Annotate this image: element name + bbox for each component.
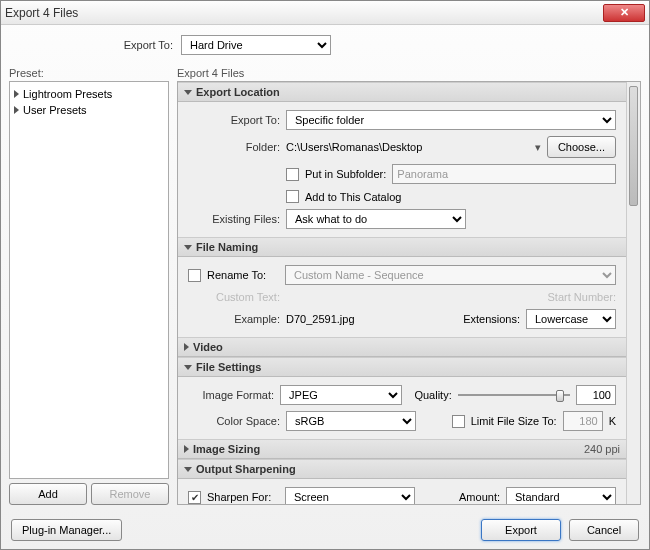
sharpen-amount-select[interactable]: Standard	[506, 487, 616, 505]
right-column: Export 4 Files Export Location Export To…	[177, 65, 641, 505]
chevron-right-icon	[184, 343, 189, 351]
colorspace-select[interactable]: sRGB	[286, 411, 416, 431]
close-icon: ✕	[620, 6, 629, 19]
chevron-right-icon	[14, 106, 19, 114]
chevron-down-icon	[184, 90, 192, 95]
dialog-window: Export 4 Files ✕ Export To: Hard Drive P…	[0, 0, 650, 550]
section-file-naming[interactable]: File Naming	[178, 237, 626, 257]
existing-files-select[interactable]: Ask what to do	[286, 209, 466, 229]
section-output-sharpening[interactable]: Output Sharpening	[178, 459, 626, 479]
chevron-down-icon	[184, 365, 192, 370]
window-title: Export 4 Files	[5, 6, 603, 20]
sharpen-for-select[interactable]: Screen	[285, 487, 415, 505]
left-column: Preset: Lightroom Presets User Presets A…	[9, 65, 169, 505]
quality-slider[interactable]	[458, 388, 570, 402]
preset-list[interactable]: Lightroom Presets User Presets	[9, 81, 169, 479]
chevron-right-icon	[184, 445, 189, 453]
section-image-sizing[interactable]: Image Sizing240 ppi	[178, 439, 626, 459]
sharpen-checkbox[interactable]	[188, 491, 201, 504]
remove-button[interactable]: Remove	[91, 483, 169, 505]
section-video[interactable]: Video	[178, 337, 626, 357]
section-file-settings[interactable]: File Settings	[178, 357, 626, 377]
preset-header: Preset:	[9, 65, 169, 81]
scrollbar[interactable]	[626, 82, 640, 504]
quality-input[interactable]	[576, 385, 616, 405]
body: Preset: Lightroom Presets User Presets A…	[1, 65, 649, 511]
choose-button[interactable]: Choose...	[547, 136, 616, 158]
limit-filesize-checkbox[interactable]	[452, 415, 465, 428]
limit-filesize-input[interactable]	[563, 411, 603, 431]
rename-template-select[interactable]: Custom Name - Sequence	[285, 265, 616, 285]
right-header: Export 4 Files	[177, 65, 641, 81]
export-to-label: Export To:	[13, 39, 173, 51]
preset-item-lightroom[interactable]: Lightroom Presets	[14, 86, 164, 102]
chevron-right-icon	[14, 90, 19, 98]
cancel-button[interactable]: Cancel	[569, 519, 639, 541]
extensions-select[interactable]: Lowercase	[526, 309, 616, 329]
preset-item-user[interactable]: User Presets	[14, 102, 164, 118]
export-to-folder-select[interactable]: Specific folder	[286, 110, 616, 130]
plugin-manager-button[interactable]: Plug-in Manager...	[11, 519, 122, 541]
section-export-location[interactable]: Export Location	[178, 82, 626, 102]
image-format-select[interactable]: JPEG	[280, 385, 402, 405]
add-catalog-checkbox[interactable]	[286, 190, 299, 203]
close-button[interactable]: ✕	[603, 4, 645, 22]
titlebar: Export 4 Files ✕	[1, 1, 649, 25]
subfolder-input[interactable]	[392, 164, 616, 184]
add-button[interactable]: Add	[9, 483, 87, 505]
panel-stack: Export Location Export To:Specific folde…	[177, 81, 641, 505]
footer: Plug-in Manager... Export Cancel	[1, 511, 649, 549]
example-filename: D70_2591.jpg	[286, 313, 355, 325]
subfolder-checkbox[interactable]	[286, 168, 299, 181]
folder-path: C:\Users\Romanas\Desktop	[286, 141, 529, 153]
chevron-down-icon	[184, 245, 192, 250]
rename-checkbox[interactable]	[188, 269, 201, 282]
export-to-select[interactable]: Hard Drive	[181, 35, 331, 55]
export-button[interactable]: Export	[481, 519, 561, 541]
chevron-down-icon	[184, 467, 192, 472]
top-row: Export To: Hard Drive	[1, 25, 649, 65]
